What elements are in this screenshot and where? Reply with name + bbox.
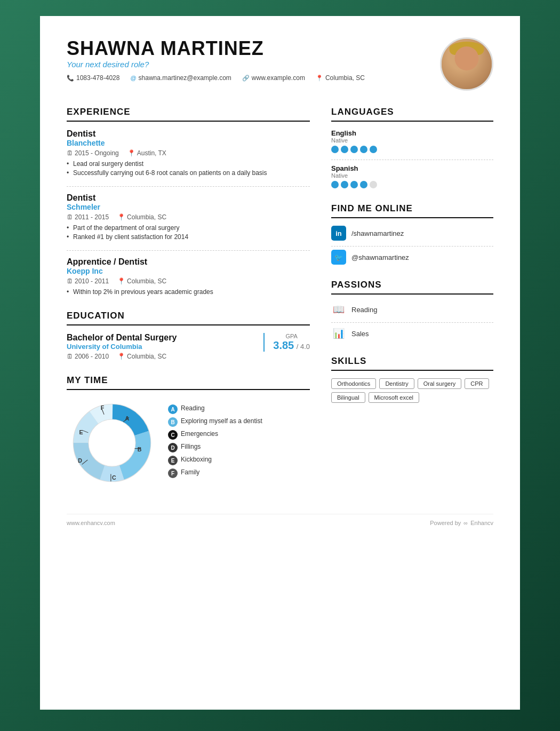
mytime-legend: A Reading B Exploring myself as a dentis… (168, 404, 310, 481)
footer-website: www.enhancv.com (67, 520, 115, 526)
passions-title: PASSIONS (331, 280, 493, 295)
bullet-item: Ranked #1 by client satisfaction for 201… (67, 233, 310, 241)
english-dots (331, 146, 493, 153)
job-3: Apprentice / Dentist Koepp Inc 🗓 2010 - … (67, 257, 310, 296)
languages-section: LANGUAGES English Native Spanish Nati (331, 107, 493, 188)
location-icon: 📍 (117, 277, 125, 285)
experience-title: EXPERIENCE (67, 107, 310, 122)
email-address: shawna.martinez@example.com (139, 74, 231, 82)
donut-chart: A B C D E F (67, 398, 157, 488)
candidate-role: Your next desired role? (67, 60, 440, 69)
legend-badge-E: E (168, 456, 178, 465)
twitter-item: 🐦 @shawnamartinez (331, 250, 493, 265)
skill-orthodontics: Orthodontics (331, 378, 376, 389)
job-1: Dentist Blanchette 🗓 2015 - Ongoing 📍 Au… (67, 129, 310, 177)
candidate-photo (440, 37, 493, 91)
footer-brand: Powered by ∞ Enhancv (430, 520, 493, 526)
legend-A: A Reading (168, 404, 310, 414)
photo-placeholder (442, 39, 492, 89)
gpa-max: / 4.0 (297, 343, 310, 351)
calendar-icon: 🗓 (67, 149, 73, 157)
edu-info: Bachelor of Dental Surgery University of… (67, 333, 253, 360)
skills-grid: Orthodontics Dentistry Oral surgery CPR … (331, 378, 493, 403)
header-contact: 📞 1083-478-4028 @ shawna.martinez@exampl… (67, 74, 440, 82)
job-3-location: 📍 Columbia, SC (117, 277, 166, 285)
edu-school: University of Columbia (67, 343, 253, 351)
passion-sales-label: Sales (351, 330, 369, 338)
legend-badge-B: B (168, 417, 178, 427)
languages-title: LANGUAGES (331, 107, 493, 122)
candidate-name: SHAWNA MARTINEZ (67, 37, 440, 60)
job-2-location: 📍 Columbia, SC (117, 213, 166, 221)
skills-section: SKILLS Orthodontics Dentistry Oral surge… (331, 356, 493, 403)
passions-section: PASSIONS 📖 Reading 📊 Sales (331, 280, 493, 341)
passion-reading-label: Reading (351, 306, 377, 314)
dot (370, 146, 377, 153)
mytime-section: MY TIME (67, 375, 310, 488)
chart-icon: 📊 (331, 326, 346, 341)
dot (360, 146, 367, 153)
phone-number: 1083-478-4028 (76, 74, 119, 82)
skill-bilingual: Bilingual (331, 392, 365, 403)
edu-dates: 🗓 2006 - 2010 (67, 353, 109, 360)
job-2-company: Schmeler (67, 203, 310, 211)
legend-F: F Family (168, 468, 310, 478)
location-contact: 📍 Columbia, SC (316, 74, 365, 82)
legend-badge-D: D (168, 443, 178, 452)
calendar-icon: 🗓 (67, 277, 73, 285)
passion-sales: 📊 Sales (331, 326, 493, 341)
skill-dentistry: Dentistry (379, 378, 414, 389)
svg-text:D: D (78, 457, 82, 464)
book-icon: 📖 (331, 302, 346, 317)
email-contact: @ shawna.martinez@example.com (130, 74, 231, 82)
location-text: Columbia, SC (325, 74, 365, 82)
job-2-title: Dentist (67, 193, 310, 203)
legend-D: D Fillings (168, 443, 310, 452)
job-1-location: 📍 Austin, TX (127, 149, 166, 157)
skill-oral-surgery: Oral surgery (418, 378, 462, 389)
skills-title: SKILLS (331, 356, 493, 371)
dot-empty (370, 181, 377, 188)
svg-text:E: E (79, 429, 83, 435)
phone-icon: 📞 (67, 75, 74, 82)
svg-text:C: C (112, 474, 116, 481)
online-section: FIND ME ONLINE in /shawnamartinez 🐦 @sha… (331, 203, 493, 265)
gpa-value: 3.85 (273, 339, 294, 351)
legend-badge-F: F (168, 468, 178, 478)
email-icon: @ (130, 75, 136, 81)
linkedin-item: in /shawnamartinez (331, 226, 493, 241)
website-contact: 🔗 www.example.com (242, 74, 305, 82)
spanish-dots (331, 181, 493, 188)
bullet-item: Within top 2% in previous years academic… (67, 288, 310, 296)
online-title: FIND ME ONLINE (331, 203, 493, 218)
website-icon: 🔗 (242, 75, 250, 82)
right-column: LANGUAGES English Native Spanish Nati (331, 107, 493, 503)
twitter-icon: 🐦 (331, 250, 346, 265)
education-section: EDUCATION Bachelor of Dental Surgery Uni… (67, 311, 310, 360)
edu-meta: 🗓 2006 - 2010 📍 Columbia, SC (67, 353, 253, 360)
calendar-icon: 🗓 (67, 353, 73, 360)
dot (331, 146, 339, 153)
dot (350, 181, 358, 188)
location-icon: 📍 (117, 353, 125, 360)
svg-point-7 (90, 420, 135, 466)
location-icon: 📍 (127, 149, 135, 157)
brand-logo: ∞ (463, 520, 468, 526)
job-3-title: Apprentice / Dentist (67, 257, 310, 267)
powered-by-label: Powered by (430, 520, 461, 526)
skill-microsoft-excel: Microsoft excel (369, 392, 419, 403)
legend-badge-A: A (168, 404, 178, 414)
job-1-company: Blanchette (67, 139, 310, 147)
job-1-dates: 🗓 2015 - Ongoing (67, 149, 119, 157)
job-3-meta: 🗓 2010 - 2011 📍 Columbia, SC (67, 277, 310, 285)
linkedin-handle: /shawnamartinez (351, 229, 404, 237)
header: SHAWNA MARTINEZ Your next desired role? … (67, 37, 493, 91)
legend-badge-C: C (168, 430, 178, 440)
linkedin-icon: in (331, 226, 346, 241)
edu-degree: Bachelor of Dental Surgery (67, 333, 253, 343)
job-1-title: Dentist (67, 129, 310, 139)
job-2-dates: 🗓 2011 - 2015 (67, 213, 109, 221)
brand-name: Enhancv (470, 520, 493, 526)
resume-page: SHAWNA MARTINEZ Your next desired role? … (40, 16, 520, 710)
bullet-item: Part of the department of oral surgery (67, 224, 310, 232)
